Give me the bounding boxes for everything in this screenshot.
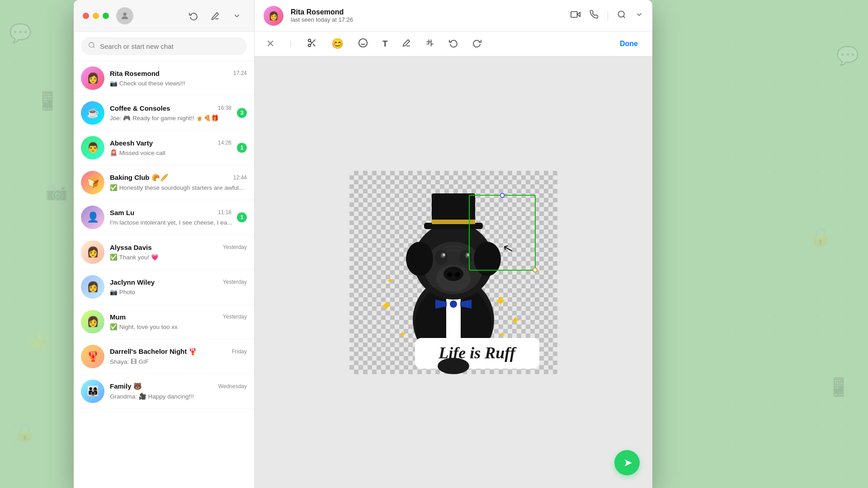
done-button[interactable]: Done (614, 37, 643, 51)
chat-header-status: last seen today at 17:26 (291, 16, 563, 23)
svg-text:✦: ✦ (494, 293, 507, 310)
undo-icon[interactable] (446, 36, 461, 52)
list-item[interactable]: 👨‍👩‍👧 Family 🐻 Wednesday Grandma: 🎥 Happ… (74, 374, 254, 409)
chat-preview: Shaya: 🎞 GIF (110, 358, 149, 365)
avatar: 👨‍👩‍👧 (81, 380, 104, 403)
chat-preview: ✅ Honestly these sourdough starters are … (110, 184, 244, 191)
editor-toolbar: ✕ | 😊 (255, 32, 652, 56)
svg-text:✦: ✦ (387, 277, 393, 286)
chat-info: Baking Club 🥐🥖 12:44 ✅ Honestly these so… (110, 174, 247, 192)
pen-icon[interactable] (399, 36, 414, 52)
video-call-icon[interactable] (571, 9, 580, 22)
search-icon (88, 42, 95, 51)
search-bar (74, 32, 254, 61)
sidebar: 👩 Rita Rosemond 17:24 📷 Check out these … (74, 0, 255, 488)
minimize-button[interactable] (93, 13, 99, 19)
chat-top: Abeesh Varty 14:26 (110, 139, 231, 147)
svg-point-8 (308, 44, 311, 47)
refresh-icon[interactable] (185, 8, 202, 24)
chat-top: Baking Club 🥐🥖 12:44 (110, 174, 247, 182)
chat-top: Alyssa Davis Yesterday (110, 244, 247, 251)
chat-time: Yesterday (223, 279, 247, 285)
svg-point-24 (443, 267, 463, 281)
send-icon: ➤ (623, 456, 632, 469)
redo-icon[interactable] (470, 36, 484, 52)
chat-time: 11:18 (218, 209, 231, 216)
sticker-icon[interactable] (355, 35, 371, 53)
svg-text:✦: ✦ (510, 314, 520, 327)
chat-info: Alyssa Davis Yesterday ✅ Thank you! 💗 (110, 244, 247, 261)
chat-top: Coffee & Consoles 16:38 (110, 104, 231, 112)
chat-time: 16:38 (218, 105, 231, 111)
maximize-button[interactable] (103, 13, 109, 19)
svg-point-46 (438, 358, 469, 374)
user-avatar[interactable] (116, 7, 133, 24)
avatar: 👤 (81, 206, 104, 229)
more-options-icon[interactable] (635, 10, 643, 21)
avatar: 👩 (81, 66, 104, 90)
svg-point-33 (406, 242, 433, 276)
chat-time: 12:44 (233, 174, 247, 181)
svg-rect-37 (432, 220, 475, 224)
list-item[interactable]: 👩 Mum Yesterday ✅ Night, love you too xx (74, 305, 254, 339)
chat-preview: I'm lactose intolerant yet, I see cheese… (110, 219, 232, 226)
chat-name: Family 🐻 (110, 382, 142, 390)
main-area: 👩 Rita Rosemond last seen today at 17:26 (255, 0, 652, 488)
svg-point-0 (123, 12, 126, 15)
svg-point-25 (447, 272, 452, 277)
list-item[interactable]: 👩 Jaclynn Wiley Yesterday 📷 Photo (74, 270, 254, 305)
chat-name: Mum (110, 313, 126, 321)
emoji-icon[interactable]: 😊 (329, 35, 346, 52)
editor-area: ✕ | 😊 (255, 32, 652, 488)
chat-name: Rita Rosemond (110, 70, 160, 77)
compose-icon[interactable] (207, 8, 223, 24)
chat-info: Jaclynn Wiley Yesterday 📷 Photo (110, 278, 247, 296)
chat-info: Darrell's Bachelor Night 🦞 Friday Shaya:… (110, 347, 247, 366)
svg-point-5 (618, 11, 624, 17)
search-input[interactable] (100, 42, 240, 50)
unread-badge: 1 (237, 143, 247, 153)
list-item[interactable]: ☕ Coffee & Consoles 16:38 Joe: 🎮 Ready f… (74, 96, 254, 131)
chat-name: Alyssa Davis (110, 244, 152, 251)
chevron-down-icon[interactable] (229, 8, 245, 24)
chat-time: Friday (232, 348, 247, 355)
chat-name: Darrell's Bachelor Night 🦞 (110, 347, 197, 356)
list-item[interactable]: 👩 Alyssa Davis Yesterday ✅ Thank you! 💗 (74, 235, 254, 270)
svg-point-1 (89, 42, 94, 47)
search-input-wrap[interactable] (81, 37, 247, 55)
chat-top: Rita Rosemond 17:24 (110, 70, 247, 77)
unread-badge: 1 (237, 212, 247, 222)
crop-icon[interactable] (423, 36, 437, 52)
phone-call-icon[interactable] (590, 10, 599, 21)
scissors-icon[interactable] (304, 35, 320, 53)
svg-point-12 (359, 38, 367, 47)
chat-info: Coffee & Consoles 16:38 Joe: 🎮 Ready for… (110, 104, 231, 122)
chat-info: Abeesh Varty 14:26 🚨 Missed voice call (110, 139, 231, 157)
list-item[interactable]: 🦞 Darrell's Bachelor Night 🦞 Friday Shay… (74, 339, 254, 374)
avatar: 🍞 (81, 171, 104, 194)
sidebar-actions (185, 8, 245, 24)
chat-top: Darrell's Bachelor Night 🦞 Friday (110, 347, 247, 356)
search-icon[interactable] (617, 10, 626, 21)
svg-point-28 (459, 250, 472, 265)
canvas-container: ✦ ✦ ✦ ✦ ✦ ✦ Life is Ruff (331, 56, 576, 488)
chat-header-avatar: 👩 (264, 6, 283, 26)
chat-top: Mum Yesterday (110, 313, 247, 321)
chat-info: Sam Lu 11:18 I'm lactose intolerant yet,… (110, 209, 231, 226)
chat-name: Coffee & Consoles (110, 104, 170, 112)
close-icon[interactable]: ✕ (264, 35, 277, 52)
chat-time: 14:26 (218, 140, 231, 146)
send-button[interactable]: ➤ (614, 450, 640, 475)
list-item[interactable]: 🍞 Baking Club 🥐🥖 12:44 ✅ Honestly these … (74, 165, 254, 200)
list-item[interactable]: 👤 Sam Lu 11:18 I'm lactose intolerant ye… (74, 200, 254, 235)
chat-name: Sam Lu (110, 209, 134, 216)
list-item[interactable]: 👨 Abeesh Varty 14:26 🚨 Missed voice call… (74, 131, 254, 165)
avatar: 🦞 (81, 345, 104, 368)
list-item[interactable]: 👩 Rita Rosemond 17:24 📷 Check out these … (74, 61, 254, 96)
chat-info: Family 🐻 Wednesday Grandma: 🎥 Happy danc… (110, 382, 247, 400)
text-icon[interactable]: T (380, 37, 390, 52)
chat-time: 17:24 (233, 70, 247, 76)
chat-preview: Grandma: 🎥 Happy dancing!!! (110, 393, 194, 400)
svg-line-11 (311, 41, 312, 43)
close-button[interactable] (83, 13, 89, 19)
